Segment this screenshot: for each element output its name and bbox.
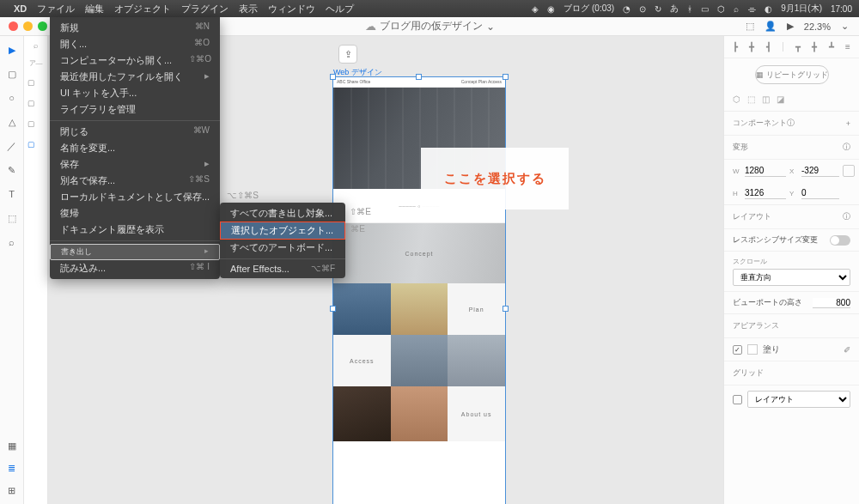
resize-handle[interactable]: [503, 74, 509, 80]
menu-item[interactable]: 最近使用したファイルを開く▸: [50, 69, 220, 85]
search-icon[interactable]: ⌕: [734, 4, 739, 14]
add-icon[interactable]: +: [846, 119, 850, 128]
eyedropper-icon[interactable]: ✐: [844, 345, 850, 355]
align-hcenter-icon[interactable]: ╋: [749, 42, 754, 52]
avatar-icon[interactable]: 👤: [765, 21, 777, 32]
text-tool[interactable]: T: [5, 187, 19, 201]
layers-icon[interactable]: ≣: [5, 461, 19, 475]
menu-item[interactable]: ローカルドキュメントとして保存...⌥⇧⌘S: [50, 189, 220, 205]
plugins-icon[interactable]: ⊞: [5, 483, 19, 497]
layer-item[interactable]: ▢: [27, 138, 45, 150]
mobile-preview-icon[interactable]: ⬚: [746, 21, 754, 32]
wifi-icon[interactable]: ⬡: [717, 4, 725, 14]
close-icon[interactable]: [9, 21, 18, 31]
zoom-level[interactable]: 22.3%: [804, 21, 831, 32]
battery-icon[interactable]: ▭: [701, 4, 709, 14]
info-icon[interactable]: ⓘ: [843, 142, 850, 153]
menu-item[interactable]: 保存▸: [50, 156, 220, 173]
width-field[interactable]: [745, 165, 786, 177]
assets-icon[interactable]: ▦: [5, 439, 19, 452]
menu-view[interactable]: 表示: [239, 3, 258, 15]
menu-item[interactable]: 書き出し▸: [50, 244, 220, 260]
time[interactable]: 17:00: [831, 4, 852, 14]
select-tool[interactable]: ▶: [5, 43, 19, 57]
repeat-grid-button[interactable]: ▦ リピートグリッド: [755, 65, 829, 84]
resize-handle[interactable]: [503, 306, 509, 312]
cc-icon[interactable]: ◔: [623, 4, 631, 14]
menu-item[interactable]: 復帰: [50, 205, 220, 222]
intersect-icon[interactable]: ◫: [762, 94, 770, 104]
subtract-icon[interactable]: ⬚: [747, 94, 755, 104]
share-icon[interactable]: ⇪: [338, 45, 357, 64]
menu-item[interactable]: すべてのアートボード...: [220, 240, 345, 256]
chevron-down-icon[interactable]: ⌄: [486, 21, 495, 33]
y-field[interactable]: [801, 187, 839, 199]
resize-handle[interactable]: [330, 74, 336, 80]
menu-item[interactable]: After Effects...⌥⌘F: [220, 262, 345, 276]
menu-edit[interactable]: 編集: [85, 3, 104, 15]
minimize-icon[interactable]: [23, 21, 33, 31]
zoom-tool[interactable]: ⌕: [5, 235, 19, 249]
fill-swatch[interactable]: [747, 344, 758, 355]
menu-item[interactable]: 閉じる⌘W: [50, 124, 220, 140]
fill-checkbox[interactable]: [733, 345, 742, 355]
align-right-icon[interactable]: ┫: [766, 42, 771, 52]
rect-tool[interactable]: ▢: [5, 67, 19, 81]
search-icon[interactable]: ⌕: [34, 41, 38, 50]
sync-icon[interactable]: ↻: [655, 4, 661, 14]
date[interactable]: 9月1日(木): [781, 3, 822, 15]
control-icon[interactable]: ⌯: [747, 4, 756, 14]
menu-plugin[interactable]: プラグイン: [181, 3, 228, 15]
layer-item[interactable]: ▢: [27, 97, 45, 109]
menu-item[interactable]: UI キットを入手...: [50, 85, 220, 101]
artboard-tool[interactable]: ⬚: [5, 211, 19, 225]
x-field[interactable]: [801, 165, 839, 177]
menu-item[interactable]: ドキュメント履歴を表示: [50, 222, 220, 238]
pen-tool[interactable]: ✎: [5, 163, 19, 177]
siri-icon[interactable]: ◐: [765, 4, 772, 14]
layer-item[interactable]: ▢: [27, 76, 45, 88]
exclude-icon[interactable]: ◪: [777, 94, 784, 104]
zoom-icon[interactable]: [38, 21, 47, 31]
menu-file[interactable]: ファイル: [37, 3, 75, 15]
align-vcenter-icon[interactable]: ╋: [812, 42, 817, 52]
line-tool[interactable]: ／: [5, 139, 19, 153]
status-icon[interactable]: ⊙: [639, 4, 646, 14]
align-bottom-icon[interactable]: ┻: [829, 42, 834, 52]
play-icon[interactable]: ▶: [787, 21, 794, 32]
info-icon[interactable]: ⓘ: [843, 211, 850, 222]
menu-item[interactable]: 選択したオブジェクト...⌘E: [220, 222, 345, 240]
grid-checkbox[interactable]: [733, 395, 742, 404]
ime-icon[interactable]: あ: [670, 3, 679, 15]
menu-help[interactable]: ヘルプ: [326, 3, 354, 15]
dropbox-icon[interactable]: ◈: [532, 4, 539, 14]
bt-icon[interactable]: ᚼ: [687, 4, 692, 14]
menu-item[interactable]: 新規⌘N: [50, 20, 220, 36]
menu-item[interactable]: 名前を変更...: [50, 140, 220, 156]
record-icon[interactable]: ◉: [547, 4, 555, 14]
distribute-icon[interactable]: ≡: [845, 42, 850, 52]
menu-window[interactable]: ウィンドウ: [268, 3, 315, 15]
ellipse-tool[interactable]: ○: [5, 91, 19, 105]
portrait-icon[interactable]: [843, 165, 855, 177]
app-name[interactable]: XD: [14, 3, 27, 14]
align-top-icon[interactable]: ┳: [795, 42, 801, 52]
chevron-down-icon[interactable]: ⌄: [841, 21, 849, 32]
menu-item[interactable]: すべての書き出し対象...⇧⌘E: [220, 205, 345, 222]
grid-select[interactable]: レイアウト: [747, 391, 850, 408]
menu-item[interactable]: 読み込み...⇧⌘ I: [50, 260, 220, 276]
menu-item[interactable]: コンピューターから開く...⇧⌘O: [50, 52, 220, 69]
artboard[interactable]: ABC Share OfficeConcept Plan Access ────…: [333, 77, 505, 504]
menu-item[interactable]: 開く...⌘O: [50, 36, 220, 52]
resize-handle[interactable]: [416, 74, 422, 80]
layer-item[interactable]: ▢: [27, 118, 45, 130]
resize-handle[interactable]: [330, 306, 336, 312]
menu-object[interactable]: オブジェクト: [114, 3, 171, 15]
info-icon[interactable]: ⓘ: [787, 118, 795, 129]
align-left-icon[interactable]: ┣: [733, 42, 738, 52]
blog-timer[interactable]: ブログ (0:03): [564, 3, 614, 15]
menu-item[interactable]: 別名で保存...⇧⌘S: [50, 173, 220, 189]
responsive-toggle[interactable]: [830, 235, 850, 246]
viewport-field[interactable]: [813, 298, 850, 308]
polygon-tool[interactable]: △: [5, 115, 19, 129]
